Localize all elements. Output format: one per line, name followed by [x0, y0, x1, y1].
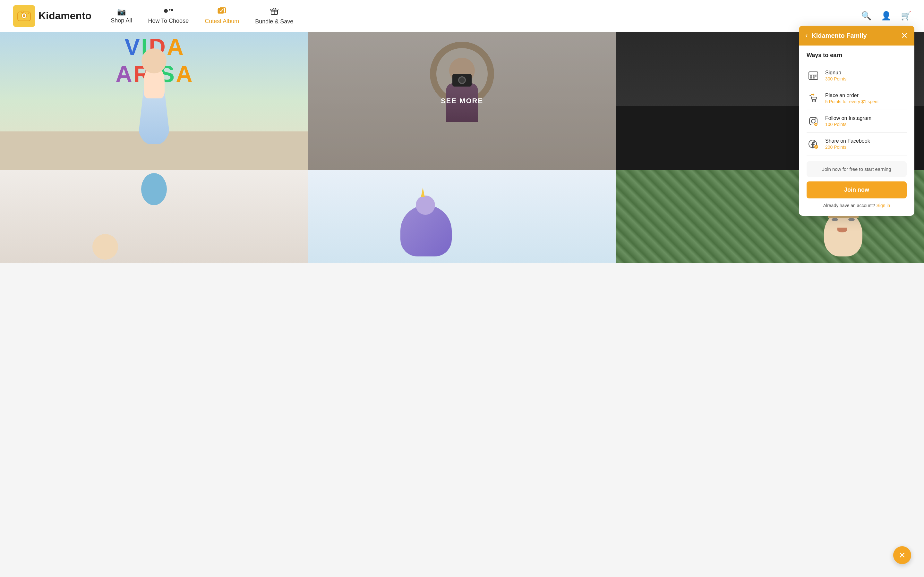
svg-point-25 [815, 119, 816, 119]
panel-body: Ways to earn Signup 300 Points [799, 45, 914, 216]
svg-rect-17 [810, 77, 812, 79]
photo-cell-4 [0, 170, 308, 263]
panel-title: Kidamento Family [811, 32, 867, 39]
svg-point-5 [164, 9, 168, 13]
earn-item-instagram: Follow on Instagram 100 Points [806, 110, 907, 133]
nav-link-shop-all[interactable]: 📷 Shop All [111, 8, 132, 24]
cart-button[interactable]: 🛒 [901, 11, 911, 21]
shop-all-label: Shop All [111, 17, 132, 24]
panel-back-button[interactable]: ‹ [805, 31, 808, 40]
svg-point-24 [811, 119, 815, 123]
earn-item-facebook: Share on Facebook 200 Points [806, 133, 907, 155]
svg-point-26 [814, 123, 817, 126]
instagram-info: Follow on Instagram 100 Points [825, 115, 871, 127]
svg-rect-16 [810, 75, 812, 77]
see-more-label: SEE MORE [441, 97, 483, 105]
earn-item-signup: Signup 300 Points [806, 64, 907, 87]
photo-grid: V I D A A R I S A [0, 32, 924, 263]
see-more-overlay[interactable]: SEE MORE [308, 32, 616, 170]
signup-icon [806, 69, 820, 82]
svg-marker-6 [169, 9, 171, 11]
signup-points: 300 Points [825, 76, 846, 81]
order-info: Place an order 5 Points for every $1 spe… [825, 93, 879, 104]
letter-a3: A [176, 63, 192, 85]
instagram-label: Follow on Instagram [825, 115, 871, 121]
join-banner-text: Join now for free to start earning [822, 166, 891, 172]
earn-item-order: Place an order 5 Points for every $1 spe… [806, 87, 907, 110]
sign-in-link[interactable]: Sign in [876, 203, 890, 208]
rewards-panel: ‹ Kidamento Family ✕ Ways to earn Signu [799, 26, 914, 216]
panel-close-button[interactable]: ✕ [901, 31, 908, 40]
navbar: Kidamento 📷 Shop All How To Choose [0, 0, 924, 32]
svg-point-21 [812, 100, 814, 102]
panel-header-left: ‹ Kidamento Family [805, 31, 867, 40]
nav-link-how-to-choose[interactable]: How To Choose [148, 7, 189, 24]
facebook-icon [806, 137, 820, 151]
facebook-points: 200 Points [825, 145, 870, 150]
photo-cell-1: V I D A A R I S A [0, 32, 308, 170]
join-banner: Join now for free to start earning [806, 161, 907, 177]
navbar-right: 🔍 👤 🛒 [861, 11, 911, 21]
bundle-save-label: Bundle & Save [255, 18, 293, 25]
svg-point-2 [23, 15, 25, 17]
how-to-choose-icon [164, 7, 173, 16]
instagram-icon [806, 114, 820, 128]
panel-header: ‹ Kidamento Family ✕ [799, 26, 914, 45]
how-to-choose-label: How To Choose [148, 18, 189, 24]
account-text: Already have an account? [823, 203, 875, 208]
logo[interactable]: Kidamento [13, 5, 91, 27]
main-content: V I D A A R I S A [0, 32, 924, 263]
ways-to-earn-title: Ways to earn [806, 52, 907, 59]
search-button[interactable]: 🔍 [861, 11, 871, 21]
join-now-button[interactable]: Join now [806, 181, 907, 198]
cutest-album-label: Cutest Album [205, 18, 239, 25]
facebook-info: Share on Facebook 200 Points [825, 138, 870, 150]
logo-icon [13, 5, 35, 27]
facebook-label: Share on Facebook [825, 138, 870, 144]
bundle-save-icon [270, 7, 279, 17]
svg-point-4 [27, 13, 29, 14]
navbar-left: Kidamento 📷 Shop All How To Choose [13, 5, 293, 27]
cutest-album-icon [217, 7, 227, 17]
signup-info: Signup 300 Points [825, 70, 846, 81]
order-points: 5 Points for every $1 spent [825, 99, 879, 104]
shop-all-icon: 📷 [117, 8, 126, 16]
instagram-points: 100 Points [825, 122, 871, 127]
letter-v: V [124, 35, 140, 58]
svg-rect-19 [813, 77, 814, 79]
signup-label: Signup [825, 70, 846, 76]
nav-link-bundle-save[interactable]: Bundle & Save [255, 7, 293, 25]
svg-rect-3 [21, 11, 24, 13]
account-line: Already have an account? Sign in [806, 203, 907, 208]
svg-point-22 [814, 100, 816, 102]
order-label: Place an order [825, 93, 879, 98]
account-button[interactable]: 👤 [881, 11, 891, 21]
nav-link-cutest-album[interactable]: Cutest Album [205, 7, 239, 25]
photo-cell-2[interactable]: SEE MORE [308, 32, 616, 170]
svg-rect-7 [171, 9, 173, 11]
letter-a2: A [115, 63, 132, 85]
nav-links: 📷 Shop All How To Choose [111, 7, 293, 25]
svg-rect-20 [815, 75, 817, 77]
svg-rect-18 [813, 75, 814, 77]
order-icon [806, 92, 820, 105]
logo-text: Kidamento [39, 10, 91, 22]
photo-cell-5 [308, 170, 616, 263]
letter-a: A [167, 35, 184, 58]
